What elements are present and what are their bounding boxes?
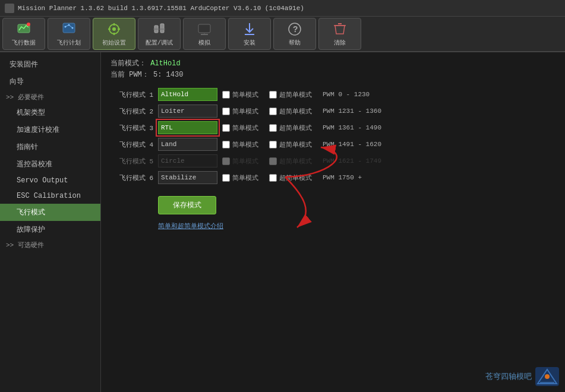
- clear-icon: [332, 21, 348, 37]
- toolbar-label: 清除: [334, 39, 346, 47]
- mode-2-super-check[interactable]: [269, 108, 277, 115]
- sidebar-item-wizard[interactable]: 向导: [0, 73, 100, 90]
- mode-1-select[interactable]: AltHold Loiter RTL Land Circle Stabilize: [158, 88, 217, 101]
- modes-layout: 飞行模式 1 AltHold Loiter RTL Land Circle St…: [111, 88, 555, 230]
- mode-1-simple-check[interactable]: [222, 91, 230, 99]
- mode-row-6: 飞行模式 6 AltHold Loiter RTL Land Circle St…: [111, 171, 381, 184]
- content-area: 当前模式： AltHold 当前 PWM： 5: 1430 飞行模式 1: [101, 52, 565, 236]
- sidebar-item-optional-hardware[interactable]: >> 可选硬件: [0, 238, 100, 252]
- svg-rect-13: [160, 24, 164, 33]
- sidebar-item-servo-output[interactable]: Servo Output: [0, 173, 100, 188]
- svg-point-7: [112, 27, 116, 31]
- mode-4-super-check[interactable]: [269, 141, 277, 148]
- mode-2-select[interactable]: AltHold Loiter RTL Land Circle Stabilize: [158, 105, 217, 118]
- sidebar-item-esc-cal[interactable]: ESC Calibration: [0, 188, 100, 204]
- mode-row-1: 飞行模式 1 AltHold Loiter RTL Land Circle St…: [111, 88, 381, 101]
- mode-2-simple-label: 简单模式: [232, 107, 258, 116]
- mode-3-pwm: PWM 1361 - 1490: [323, 124, 381, 131]
- mode-4-simple-check[interactable]: [222, 141, 230, 148]
- mode-1-simple-group: 简单模式: [222, 90, 258, 99]
- mode-1-select-wrapper: AltHold Loiter RTL Land Circle Stabilize: [158, 88, 217, 101]
- mode-3-super-check[interactable]: [269, 124, 277, 132]
- mode-3-select-wrapper: AltHold Loiter RTL Land Circle Stabilize: [158, 121, 217, 134]
- mode-4-select[interactable]: AltHold Loiter RTL Land Circle Stabilize: [158, 138, 217, 151]
- current-mode-label: 当前模式：: [111, 59, 146, 68]
- mode-6-super-check[interactable]: [269, 174, 277, 182]
- initial-setup-icon: [106, 21, 122, 37]
- mode-3-select[interactable]: AltHold Loiter RTL Land Circle Stabilize: [158, 121, 217, 134]
- mode-1-super-check[interactable]: [269, 91, 277, 99]
- mode-5-super-check[interactable]: [269, 157, 277, 165]
- toolbar-help[interactable]: ? 帮助: [273, 18, 316, 50]
- mode-1-label: 飞行模式 1: [111, 90, 153, 99]
- mode-6-label: 飞行模式 6: [111, 173, 153, 182]
- simulate-icon: [196, 21, 213, 37]
- watermark-logo: [535, 367, 559, 386]
- mode-5-simple-label: 简单模式: [232, 157, 258, 166]
- mode-4-simple-group: 简单模式: [222, 140, 258, 149]
- watermark: 苍穹四轴模吧: [485, 367, 559, 386]
- title-bar: Mission Planner 1.3.62 build 1.3.6917.15…: [0, 0, 565, 17]
- mode-6-simple-group: 简单模式: [222, 173, 258, 182]
- sidebar-item-rc-cal[interactable]: 遥控器校准: [0, 156, 100, 173]
- mode-4-label: 飞行模式 4: [111, 140, 153, 149]
- current-pwm-value: 5: 1430: [153, 71, 183, 79]
- help-icon: ?: [286, 21, 303, 37]
- simple-mode-link[interactable]: 简单和超简单模式介绍: [158, 223, 223, 230]
- sidebar-item-compass[interactable]: 指南针: [0, 138, 100, 156]
- mode-1-super-group: 超简单模式: [269, 90, 312, 99]
- mode-row-5: 飞行模式 5 AltHold Loiter RTL Land Circle St…: [111, 154, 381, 167]
- mode-2-super-group: 超简单模式: [269, 107, 312, 116]
- mode-6-simple-check[interactable]: [222, 174, 230, 182]
- mode-5-super-group: 超简单模式: [269, 157, 312, 166]
- mode-2-simple-check[interactable]: [222, 108, 230, 115]
- mode-2-label: 飞行模式 2: [111, 107, 153, 116]
- toolbar-label: 模拟: [198, 39, 210, 47]
- modes-grid: 飞行模式 1 AltHold Loiter RTL Land Circle St…: [111, 88, 381, 184]
- mode-6-pwm: PWM 1750 +: [323, 174, 362, 181]
- mode-6-super-group: 超简单模式: [269, 173, 312, 182]
- mode-6-select[interactable]: AltHold Loiter RTL Land Circle Stabilize: [158, 171, 217, 184]
- mode-row-2: 飞行模式 2 AltHold Loiter RTL Land Circle St…: [111, 105, 381, 118]
- toolbar-config[interactable]: 配置/调试: [138, 18, 181, 50]
- simple-mode-link-area: 简单和超简单模式介绍: [158, 222, 381, 230]
- mode-3-super-label: 超简单模式: [279, 124, 312, 132]
- mode-6-select-wrapper: AltHold Loiter RTL Land Circle Stabilize: [158, 171, 217, 184]
- mode-5-label: 飞行模式 5: [111, 157, 153, 166]
- mode-5-simple-check[interactable]: [222, 157, 230, 165]
- title-text: Mission Planner 1.3.62 build 1.3.6917.15…: [18, 5, 304, 12]
- mode-3-simple-check[interactable]: [222, 124, 230, 132]
- toolbar-initial-setup[interactable]: 初始设置: [93, 18, 135, 50]
- svg-text:?: ?: [293, 25, 298, 34]
- sidebar-item-install-firmware[interactable]: 安装固件: [0, 56, 100, 73]
- mode-5-super-label: 超简单模式: [279, 157, 312, 166]
- sidebar-item-required-hardware[interactable]: >> 必要硬件: [0, 90, 100, 104]
- flight-data-icon: [15, 21, 32, 37]
- sidebar-item-frame-type[interactable]: 机架类型: [0, 104, 100, 121]
- sidebar: 安装固件 向导 >> 必要硬件 机架类型 加速度计校准 指南针 遥控器校准 Se…: [0, 52, 101, 392]
- toolbar-clear[interactable]: 清除: [318, 18, 361, 50]
- mode-3-label: 飞行模式 3: [111, 124, 153, 132]
- toolbar-label: 飞行数据: [12, 39, 36, 47]
- svg-rect-15: [198, 24, 210, 33]
- mode-6-super-label: 超简单模式: [279, 173, 312, 182]
- toolbar-flight-plan[interactable]: 飞行计划: [48, 18, 90, 50]
- mode-5-simple-group: 简单模式: [222, 157, 258, 166]
- save-button[interactable]: 保存模式: [158, 196, 216, 214]
- sidebar-item-flight-modes[interactable]: 飞行模式: [0, 204, 100, 221]
- toolbar-label: 帮助: [289, 39, 301, 47]
- mode-5-select[interactable]: AltHold Loiter RTL Land Circle Stabilize: [158, 154, 217, 167]
- install-icon: [241, 21, 258, 37]
- toolbar-flight-data[interactable]: 飞行数据: [2, 18, 45, 50]
- mode-4-pwm: PWM 1491 - 1620: [323, 141, 381, 148]
- mode-6-simple-label: 简单模式: [232, 173, 258, 182]
- toolbar-install[interactable]: 安装: [228, 18, 271, 50]
- toolbar-label: 安装: [244, 39, 255, 47]
- sidebar-item-failsafe[interactable]: 故障保护: [0, 221, 100, 238]
- toolbar-simulate[interactable]: 模拟: [183, 18, 226, 50]
- mode-row-4: 飞行模式 4 AltHold Loiter RTL Land Circle St…: [111, 138, 381, 151]
- current-mode-info: 当前模式： AltHold 当前 PWM： 5: 1430: [111, 58, 555, 81]
- config-icon: [151, 21, 168, 37]
- content-wrapper: 当前模式： AltHold 当前 PWM： 5: 1430 飞行模式 1: [101, 52, 565, 392]
- sidebar-item-accel-cal[interactable]: 加速度计校准: [0, 121, 100, 138]
